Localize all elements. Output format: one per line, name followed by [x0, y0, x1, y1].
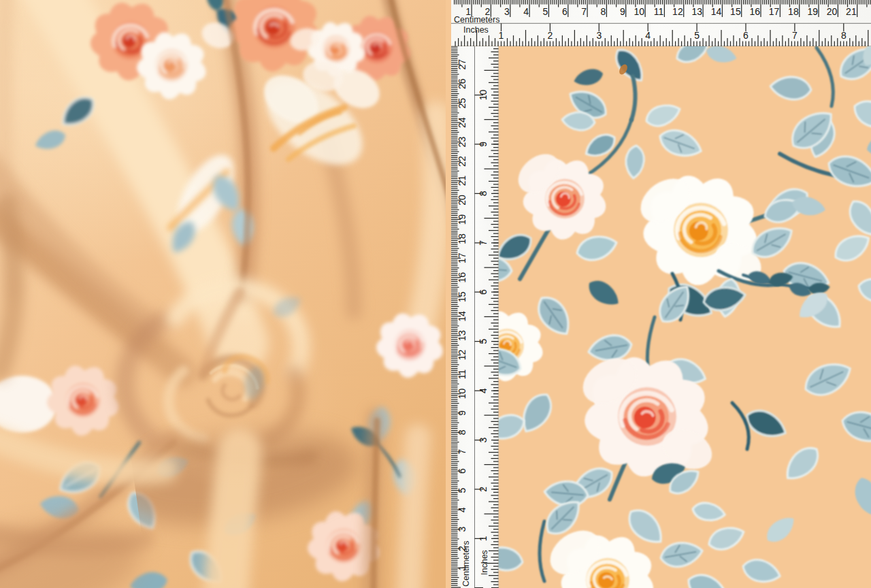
- svg-text:16: 16: [457, 272, 467, 283]
- svg-text:15: 15: [730, 6, 741, 17]
- svg-text:17: 17: [457, 252, 467, 263]
- svg-text:2: 2: [548, 30, 553, 41]
- svg-text:22: 22: [457, 156, 467, 167]
- svg-text:12: 12: [672, 6, 683, 17]
- svg-text:19: 19: [807, 6, 818, 17]
- svg-text:4: 4: [457, 507, 467, 512]
- svg-text:5: 5: [694, 30, 700, 41]
- svg-text:9: 9: [620, 6, 625, 17]
- svg-text:5: 5: [543, 6, 548, 17]
- svg-text:10: 10: [478, 90, 489, 101]
- svg-text:26: 26: [457, 78, 467, 89]
- svg-text:5: 5: [478, 338, 489, 344]
- svg-text:16: 16: [749, 6, 760, 17]
- svg-text:17: 17: [769, 6, 780, 17]
- svg-text:14: 14: [711, 6, 722, 17]
- svg-text:23: 23: [457, 137, 467, 148]
- svg-text:Inches: Inches: [480, 550, 489, 575]
- svg-text:21: 21: [457, 176, 467, 186]
- svg-text:9: 9: [478, 142, 489, 147]
- svg-text:Centimeters: Centimeters: [461, 541, 471, 587]
- svg-text:19: 19: [457, 214, 467, 225]
- svg-text:13: 13: [692, 6, 703, 17]
- svg-text:5: 5: [457, 488, 467, 493]
- svg-text:6: 6: [457, 468, 467, 474]
- svg-text:7: 7: [457, 449, 467, 455]
- svg-text:Centimeters: Centimeters: [454, 15, 499, 24]
- svg-text:8: 8: [841, 30, 847, 41]
- svg-text:11: 11: [654, 6, 664, 17]
- svg-text:3: 3: [478, 437, 489, 442]
- svg-text:13: 13: [457, 330, 467, 341]
- svg-text:18: 18: [788, 6, 799, 17]
- svg-text:14: 14: [457, 311, 467, 322]
- svg-text:10: 10: [457, 389, 467, 399]
- svg-text:6: 6: [743, 30, 749, 41]
- svg-text:4: 4: [478, 388, 489, 393]
- svg-text:27: 27: [457, 59, 467, 70]
- svg-text:6: 6: [478, 289, 489, 295]
- svg-text:12: 12: [457, 350, 467, 361]
- svg-text:8: 8: [478, 191, 489, 196]
- svg-text:8: 8: [457, 429, 467, 435]
- svg-text:6: 6: [562, 6, 568, 17]
- svg-text:21: 21: [846, 6, 857, 17]
- svg-text:Inches: Inches: [463, 25, 489, 35]
- svg-text:15: 15: [457, 291, 467, 302]
- svg-text:3: 3: [457, 526, 467, 532]
- svg-text:24: 24: [457, 117, 467, 128]
- svg-text:20: 20: [827, 6, 838, 17]
- svg-text:7: 7: [792, 30, 798, 41]
- svg-text:8: 8: [601, 6, 606, 17]
- svg-text:2: 2: [478, 487, 489, 492]
- svg-text:3: 3: [596, 30, 602, 41]
- svg-text:7: 7: [478, 240, 489, 246]
- svg-text:1: 1: [499, 30, 504, 41]
- svg-text:4: 4: [645, 30, 651, 41]
- svg-text:18: 18: [457, 233, 467, 244]
- svg-text:1: 1: [478, 536, 489, 541]
- svg-text:10: 10: [634, 6, 645, 17]
- svg-text:4: 4: [523, 6, 529, 17]
- svg-text:11: 11: [457, 370, 467, 380]
- svg-text:3: 3: [504, 6, 510, 17]
- svg-text:25: 25: [457, 98, 467, 109]
- svg-text:7: 7: [581, 6, 587, 17]
- svg-text:20: 20: [457, 195, 467, 206]
- svg-text:9: 9: [457, 410, 467, 416]
